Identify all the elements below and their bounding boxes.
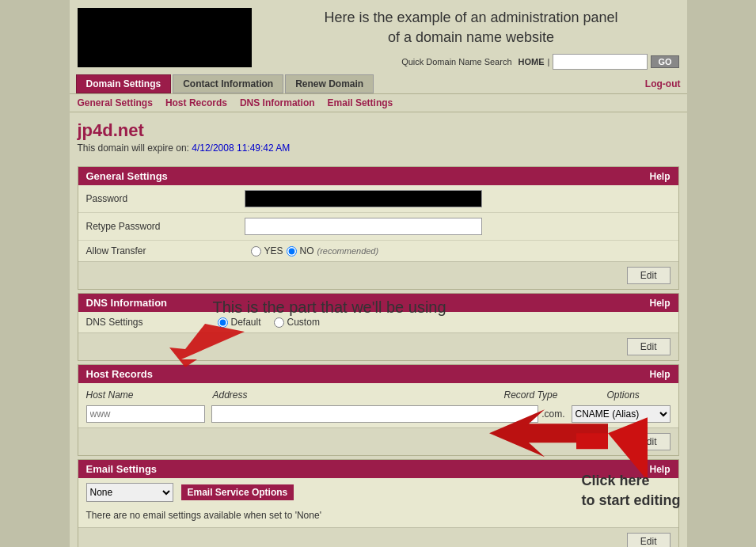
home-link[interactable]: HOME bbox=[519, 57, 545, 66]
click-here-annotation: Click hereto start editing bbox=[582, 471, 681, 511]
domain-title-area: jp4d.net This domain will expire on: 4/1… bbox=[70, 112, 687, 163]
subnav-dns-information[interactable]: DNS Information bbox=[240, 97, 315, 108]
transfer-no-label: NO bbox=[300, 245, 314, 256]
logo bbox=[78, 8, 252, 67]
sub-nav: General Settings Host Records DNS Inform… bbox=[70, 94, 687, 112]
dns-custom-option: Custom bbox=[274, 317, 320, 328]
host-records-section: Host Records Help Host Name Address Reco… bbox=[78, 364, 679, 456]
dns-information-body: DNS Settings Default Custom bbox=[78, 312, 678, 332]
host-records-edit-button[interactable]: Edit bbox=[627, 433, 671, 450]
dns-default-radio[interactable] bbox=[218, 317, 228, 328]
general-settings-help[interactable]: Help bbox=[649, 171, 670, 182]
host-name-input[interactable] bbox=[86, 405, 205, 423]
expire-date-link[interactable]: 4/12/2008 11:49:42 AM bbox=[192, 142, 290, 154]
dns-information-footer: Edit bbox=[78, 332, 678, 360]
address-suffix: .com. bbox=[538, 408, 568, 420]
email-settings-footer: Edit bbox=[78, 527, 678, 547]
transfer-yes-label: YES bbox=[264, 245, 283, 256]
host-records-title: Host Records bbox=[86, 368, 154, 380]
tab-renew-domain[interactable]: Renew Domain bbox=[285, 74, 374, 93]
col-header-options: Options bbox=[607, 389, 671, 401]
host-records-header: Host Records Help bbox=[78, 365, 678, 383]
tab-contact-information[interactable]: Contact Information bbox=[173, 74, 283, 93]
email-settings-title: Email Settings bbox=[86, 463, 158, 475]
search-input[interactable] bbox=[553, 54, 648, 70]
subnav-general-settings[interactable]: General Settings bbox=[78, 97, 153, 108]
host-col-headers: Host Name Address Record Type Options bbox=[86, 386, 671, 404]
retype-password-row: Retype Password bbox=[78, 213, 678, 241]
allow-transfer-row: Allow Transfer YES NO (recommended) bbox=[78, 241, 678, 261]
general-settings-section: General Settings Help Password Retype Pa… bbox=[78, 166, 679, 290]
subnav-host-records[interactable]: Host Records bbox=[165, 97, 227, 108]
dns-information-help[interactable]: Help bbox=[649, 298, 670, 309]
tab-domain-settings[interactable]: Domain Settings bbox=[76, 74, 172, 93]
password-row: Password bbox=[78, 185, 678, 213]
host-records-table: Host Name Address Record Type Options .c… bbox=[78, 383, 678, 427]
dns-information-title: DNS Information bbox=[86, 297, 168, 309]
col-header-host-name: Host Name bbox=[86, 389, 213, 401]
address-input[interactable] bbox=[211, 405, 539, 423]
email-settings-edit-button[interactable]: Edit bbox=[627, 533, 671, 547]
dns-custom-label: Custom bbox=[287, 317, 320, 328]
email-info-text: There are no email settings available wh… bbox=[86, 510, 321, 521]
dns-information-header: DNS Information Help bbox=[78, 294, 678, 312]
dns-default-option: Default bbox=[218, 317, 261, 328]
general-settings-edit-button[interactable]: Edit bbox=[627, 267, 671, 284]
host-records-footer: Edit bbox=[78, 427, 678, 455]
search-label: Quick Domain Name Search bbox=[401, 57, 511, 66]
header: Here is the example of an administration… bbox=[70, 0, 687, 74]
transfer-recommended: (recommended) bbox=[317, 246, 379, 256]
host-records-help[interactable]: Help bbox=[649, 369, 670, 380]
domain-expire: This domain will expire on: 4/12/2008 11… bbox=[78, 142, 679, 154]
domain-name: jp4d.net bbox=[78, 120, 679, 141]
email-service-select[interactable]: None bbox=[86, 483, 173, 502]
general-settings-title: General Settings bbox=[86, 170, 168, 182]
header-right: Here is the example of an administration… bbox=[252, 8, 679, 70]
transfer-yes-radio[interactable] bbox=[251, 246, 261, 256]
allow-transfer-label: Allow Transfer bbox=[86, 245, 245, 256]
email-options-label: Email Service Options bbox=[181, 484, 294, 500]
dns-custom-radio[interactable] bbox=[274, 317, 284, 328]
dns-information-section: DNS Information Help DNS Settings Defaul… bbox=[78, 293, 679, 361]
nav-tabs: Domain Settings Contact Information Rene… bbox=[70, 74, 687, 94]
password-input[interactable] bbox=[245, 190, 482, 207]
search-bar: Quick Domain Name Search HOME | GO bbox=[264, 54, 679, 70]
logout-link[interactable]: Log-out bbox=[645, 78, 681, 89]
dns-information-edit-button[interactable]: Edit bbox=[627, 338, 671, 355]
record-type-select[interactable]: CNAME (Alias) A (Address) MX (Mail) bbox=[572, 405, 671, 423]
dns-default-label: Default bbox=[231, 317, 261, 328]
host-record-row: .com. CNAME (Alias) A (Address) MX (Mail… bbox=[86, 404, 671, 424]
header-title: Here is the example of an administration… bbox=[264, 8, 679, 47]
transfer-no-radio[interactable] bbox=[287, 246, 297, 256]
col-header-address: Address bbox=[213, 389, 504, 401]
subnav-email-settings[interactable]: Email Settings bbox=[328, 97, 393, 108]
dns-settings-label: DNS Settings bbox=[86, 317, 205, 328]
general-settings-footer: Edit bbox=[78, 261, 678, 289]
address-group: .com. bbox=[211, 405, 568, 423]
go-button[interactable]: GO bbox=[651, 55, 678, 68]
general-settings-header: General Settings Help bbox=[78, 167, 678, 185]
dns-settings-row: DNS Settings Default Custom bbox=[78, 312, 678, 332]
host-records-body: Host Name Address Record Type Options .c… bbox=[78, 383, 678, 427]
general-settings-body: Password Retype Password Allow Transfer bbox=[78, 185, 678, 261]
allow-transfer-options: YES NO (recommended) bbox=[251, 245, 379, 256]
password-label: Password bbox=[86, 193, 245, 204]
retype-password-value bbox=[245, 218, 671, 235]
password-value bbox=[245, 190, 671, 207]
retype-password-label: Retype Password bbox=[86, 221, 245, 232]
col-header-record-type: Record Type bbox=[504, 389, 607, 401]
retype-password-input[interactable] bbox=[245, 218, 482, 235]
